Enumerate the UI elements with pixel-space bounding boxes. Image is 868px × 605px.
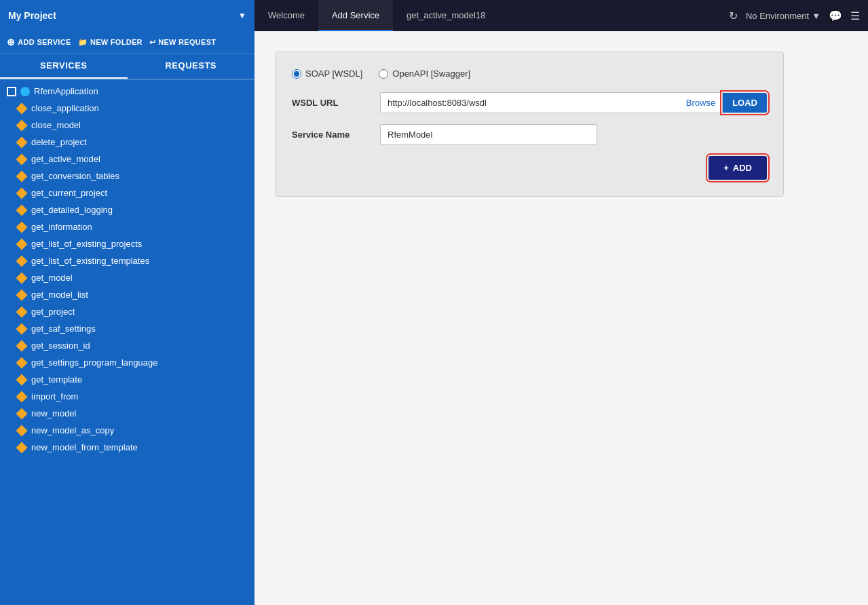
diamond-icon xyxy=(16,221,28,233)
menu-icon[interactable]: ☰ xyxy=(850,9,860,22)
top-tabs-area: Welcome Add Service get_active_model18 xyxy=(254,0,729,31)
sidebar-tab-requests[interactable]: REQUESTS xyxy=(128,54,255,79)
sidebar-toolbar: ⊕ ADD SERVICE 📁 NEW FOLDER ↩ NEW REQUEST xyxy=(0,31,254,54)
openapi-radio-option[interactable]: OpenAPI [Swagger] xyxy=(379,69,470,79)
diamond-icon xyxy=(16,204,28,216)
openapi-radio-input[interactable] xyxy=(379,69,388,79)
load-button[interactable]: LOAD xyxy=(723,93,767,113)
soap-radio-input[interactable] xyxy=(292,69,301,79)
list-item[interactable]: close_model xyxy=(0,117,254,134)
new-request-button[interactable]: ↩ NEW REQUEST xyxy=(149,38,216,47)
diamond-icon xyxy=(16,357,28,368)
service-name-label: Service Name xyxy=(292,124,380,140)
list-item[interactable]: get_project xyxy=(0,303,254,320)
diamond-icon xyxy=(16,136,28,148)
checkbox-icon xyxy=(7,87,16,96)
list-item[interactable]: get_saf_settings xyxy=(0,320,254,337)
project-chevron-icon: ▼ xyxy=(238,11,246,20)
diamond-icon xyxy=(16,153,28,165)
project-selector[interactable]: My Project ▼ xyxy=(0,0,254,31)
sidebar-tab-services[interactable]: SERVICES xyxy=(0,54,128,79)
new-folder-icon: 📁 xyxy=(78,38,88,47)
diamond-icon xyxy=(16,425,28,436)
env-chevron-icon: ▼ xyxy=(812,11,820,21)
environment-selector[interactable]: No Environment ▼ xyxy=(746,11,820,21)
list-item[interactable]: get_settings_program_language xyxy=(0,354,254,371)
list-item[interactable]: get_information xyxy=(0,218,254,235)
add-service-plus-icon: ⊕ xyxy=(7,37,15,47)
diamond-icon xyxy=(16,391,28,402)
wsdl-url-row: WSDL URL Browse LOAD xyxy=(292,92,767,113)
sidebar-service-list: RfemApplication close_application close_… xyxy=(0,80,254,605)
diamond-icon xyxy=(16,170,28,182)
list-item[interactable]: delete_project xyxy=(0,134,254,151)
wsdl-url-input-area: Browse LOAD xyxy=(380,92,767,113)
list-item[interactable]: new_model_from_template xyxy=(0,439,254,456)
wsdl-url-input[interactable] xyxy=(381,93,679,113)
chat-icon[interactable]: 💬 xyxy=(829,9,842,22)
service-name-input[interactable] xyxy=(380,124,597,145)
globe-icon xyxy=(20,87,30,96)
add-button[interactable]: + ADD xyxy=(709,156,767,180)
diamond-icon xyxy=(16,323,28,334)
top-bar-right: ↻ No Environment ▼ 💬 ☰ xyxy=(729,9,868,22)
diamond-icon xyxy=(16,289,28,300)
diamond-icon xyxy=(16,255,28,267)
list-item[interactable]: get_model_list xyxy=(0,286,254,303)
diamond-icon xyxy=(16,442,28,453)
add-service-panel: SOAP [WSDL] OpenAPI [Swagger] WSDL URL B… xyxy=(275,52,784,197)
diamond-icon xyxy=(16,408,28,419)
content-area: SOAP [WSDL] OpenAPI [Swagger] WSDL URL B… xyxy=(254,31,868,605)
list-item[interactable]: get_template xyxy=(0,371,254,388)
list-item[interactable]: close_application xyxy=(0,100,254,117)
add-btn-row: + ADD xyxy=(292,156,767,180)
sidebar: ⊕ ADD SERVICE 📁 NEW FOLDER ↩ NEW REQUEST… xyxy=(0,31,254,605)
list-item[interactable]: new_model_as_copy xyxy=(0,422,254,439)
add-plus-icon: + xyxy=(723,163,729,173)
wsdl-url-label: WSDL URL xyxy=(292,92,380,108)
list-item[interactable]: get_model xyxy=(0,269,254,286)
top-bar: My Project ▼ Welcome Add Service get_act… xyxy=(0,0,868,31)
sidebar-tabs: SERVICES REQUESTS xyxy=(0,54,254,80)
tab-add-service[interactable]: Add Service xyxy=(318,0,393,31)
add-service-button[interactable]: ⊕ ADD SERVICE xyxy=(7,37,71,47)
diamond-icon xyxy=(16,272,28,284)
list-item[interactable]: get_list_of_existing_templates xyxy=(0,252,254,269)
diamond-icon xyxy=(16,306,28,317)
service-name-input-area xyxy=(380,124,767,145)
new-folder-button[interactable]: 📁 NEW FOLDER xyxy=(78,38,143,47)
list-item[interactable]: get_session_id xyxy=(0,337,254,354)
sidebar-group-rfem[interactable]: RfemApplication xyxy=(0,83,254,100)
list-item[interactable]: new_model xyxy=(0,405,254,422)
soap-radio-option[interactable]: SOAP [WSDL] xyxy=(292,69,362,79)
project-name: My Project xyxy=(8,10,56,21)
tab-get-active-model[interactable]: get_active_model18 xyxy=(393,0,499,31)
list-item[interactable]: get_current_project xyxy=(0,184,254,201)
main-layout: ⊕ ADD SERVICE 📁 NEW FOLDER ↩ NEW REQUEST… xyxy=(0,31,868,605)
list-item[interactable]: get_active_model xyxy=(0,151,254,168)
diamond-icon xyxy=(16,238,28,250)
diamond-icon xyxy=(16,374,28,385)
browse-button[interactable]: Browse xyxy=(679,98,722,108)
diamond-icon xyxy=(16,340,28,351)
add-button-label: ADD xyxy=(733,163,752,173)
list-item[interactable]: get_list_of_existing_projects xyxy=(0,235,254,252)
service-name-row: Service Name xyxy=(292,124,767,145)
diamond-icon xyxy=(16,119,28,131)
new-request-icon: ↩ xyxy=(149,38,155,47)
diamond-icon xyxy=(16,187,28,199)
url-input-wrapper: Browse xyxy=(380,92,723,113)
list-item[interactable]: import_from xyxy=(0,388,254,405)
list-item[interactable]: get_conversion_tables xyxy=(0,168,254,184)
list-item[interactable]: get_detailed_logging xyxy=(0,201,254,218)
radio-group: SOAP [WSDL] OpenAPI [Swagger] xyxy=(292,69,767,79)
diamond-icon xyxy=(16,102,28,114)
tab-welcome[interactable]: Welcome xyxy=(254,0,318,31)
refresh-icon[interactable]: ↻ xyxy=(729,9,738,22)
